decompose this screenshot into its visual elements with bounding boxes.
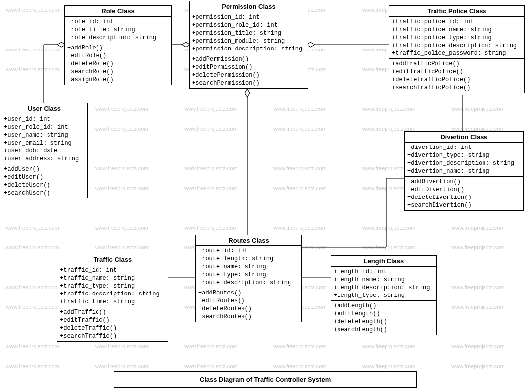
watermark-text: www.freeprojectz.com (451, 343, 505, 349)
class-permission: Permission Class +permission_id: int+per… (189, 1, 308, 89)
class-methods: +addRole()+editRole()+deleteRole()+searc… (65, 43, 171, 85)
watermark-text: www.freeprojectz.com (184, 225, 238, 231)
watermark-text: www.freeprojectz.com (273, 126, 327, 132)
watermark-text: www.freeprojectz.com (451, 245, 505, 250)
watermark-text: www.freeprojectz.com (362, 245, 416, 250)
class-methods: +addRoutes()+editRoutes()+deleteRoutes()… (196, 288, 301, 322)
class-title: Role Class (65, 6, 171, 17)
class-methods: +addLength()+editLength()+deleteLength()… (331, 301, 436, 335)
class-divertion: Divertion Class +divertion_id: int+diver… (404, 131, 524, 211)
watermark-text: www.freeprojectz.com (184, 165, 238, 171)
class-methods: +addDivertion()+editDivertion()+deleteDi… (405, 177, 523, 210)
class-user: User Class +user_id: int+user_role_id: i… (1, 103, 88, 198)
watermark-text: www.freeprojectz.com (6, 66, 59, 72)
class-title: Routes Class (196, 235, 301, 246)
class-title: Permission Class (190, 1, 308, 12)
watermark-text: www.freeprojectz.com (184, 106, 238, 112)
watermark-text: www.freeprojectz.com (273, 343, 327, 349)
class-title: Length Class (331, 256, 436, 267)
class-trafficpolice: Traffic Police Class +traffic_police_id:… (389, 5, 525, 93)
watermark-text: www.freeprojectz.com (95, 165, 148, 171)
watermark-text: www.freeprojectz.com (451, 225, 505, 231)
watermark-text: www.freeprojectz.com (451, 363, 505, 369)
class-attributes: +length_id: int+length_name: string+leng… (331, 267, 436, 301)
watermark-text: www.freeprojectz.com (6, 245, 59, 250)
class-attributes: +user_id: int+user_role_id: int+user_nam… (1, 114, 87, 164)
watermark-text: www.freeprojectz.com (95, 225, 148, 231)
class-title: Divertion Class (405, 132, 523, 143)
watermark-text: www.freeprojectz.com (95, 185, 148, 191)
class-length: Length Class +length_id: int+length_name… (331, 255, 437, 335)
class-methods: +addTrafficPolice()+editTrafficPolice()+… (389, 59, 524, 93)
class-methods: +addUser()+editUser()+deleteUser()+searc… (1, 164, 87, 198)
watermark-text: www.freeprojectz.com (184, 185, 238, 191)
class-title: Traffic Class (57, 254, 168, 265)
class-methods: +addTraffic()+editTraffic()+deleteTraffi… (57, 307, 168, 341)
watermark-text: www.freeprojectz.com (184, 343, 238, 349)
class-attributes: +traffic_police_id: int+traffic_police_n… (389, 17, 524, 59)
watermark-text: www.freeprojectz.com (6, 363, 59, 369)
watermark-text: www.freeprojectz.com (95, 363, 148, 369)
class-role: Role Class +role_id: int+role_title: str… (64, 5, 172, 85)
watermark-text: www.freeprojectz.com (95, 106, 148, 112)
class-title: Traffic Police Class (389, 6, 524, 17)
watermark-text: www.freeprojectz.com (273, 363, 327, 369)
watermark-text: www.freeprojectz.com (273, 225, 327, 231)
watermark-text: www.freeprojectz.com (451, 284, 505, 290)
watermark-text: www.freeprojectz.com (95, 343, 148, 349)
class-methods: +addPermission()+editPermission()+delete… (190, 54, 308, 88)
watermark-text: www.freeprojectz.com (273, 165, 327, 171)
class-attributes: +role_id: int+role_title: string+role_de… (65, 17, 171, 43)
watermark-text: www.freeprojectz.com (6, 343, 59, 349)
watermark-text: www.freeprojectz.com (6, 225, 59, 231)
watermark-text: www.freeprojectz.com (6, 47, 59, 52)
diagram-caption: Class Diagram of Traffic Controller Syst… (114, 371, 417, 388)
class-title: User Class (1, 103, 87, 114)
watermark-text: www.freeprojectz.com (6, 7, 59, 13)
class-traffic: Traffic Class +traffic_id: int+traffic_n… (57, 254, 168, 342)
watermark-text: www.freeprojectz.com (6, 284, 59, 290)
class-attributes: +traffic_id: int+traffic_name: string+tr… (57, 265, 168, 307)
class-attributes: +divertion_id: int+divertion_type: strin… (405, 143, 523, 177)
watermark-text: www.freeprojectz.com (451, 304, 505, 310)
watermark-text: www.freeprojectz.com (184, 363, 238, 369)
class-routes: Routes Class +route_id: int+route_length… (195, 235, 302, 322)
watermark-text: www.freeprojectz.com (362, 363, 416, 369)
watermark-text: www.freeprojectz.com (273, 106, 327, 112)
watermark-text: www.freeprojectz.com (95, 126, 148, 132)
watermark-text: www.freeprojectz.com (362, 106, 416, 112)
watermark-text: www.freeprojectz.com (362, 343, 416, 349)
watermark-text: www.freeprojectz.com (362, 225, 416, 231)
watermark-text: www.freeprojectz.com (273, 185, 327, 191)
watermark-text: www.freeprojectz.com (95, 245, 148, 250)
watermark-text: www.freeprojectz.com (6, 304, 59, 310)
watermark-text: www.freeprojectz.com (451, 106, 505, 112)
class-attributes: +permission_id: int+permission_role_id: … (190, 12, 308, 54)
class-attributes: +route_id: int+route_length: string+rout… (196, 246, 301, 288)
watermark-text: www.freeprojectz.com (184, 126, 238, 132)
